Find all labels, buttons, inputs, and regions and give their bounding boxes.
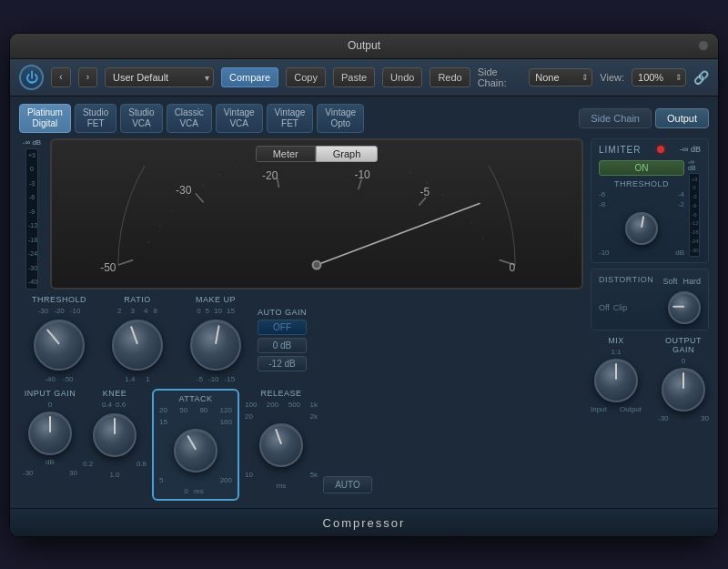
output-gain-group: OUTPUT GAIN 0 -30 30 xyxy=(658,336,709,422)
input-meter-label-top: -∞ dB xyxy=(23,138,41,147)
svg-text:-5: -5 xyxy=(420,185,430,198)
preset-tab-vintage-opto[interactable]: VintageOpto xyxy=(317,104,364,133)
limiter-threshold-knob[interactable] xyxy=(625,212,658,245)
graph-tab[interactable]: Graph xyxy=(316,146,379,162)
distortion-section: DISTORTION Soft Hard Off Clip xyxy=(591,269,709,330)
minimize-btn[interactable] xyxy=(698,40,709,51)
soft-label: Soft xyxy=(662,277,677,286)
distortion-title: DISTORTION xyxy=(599,275,653,284)
footer: Compressor xyxy=(10,508,718,536)
release-label: RELEASE xyxy=(260,389,301,398)
distortion-knob[interactable] xyxy=(668,291,701,324)
title-bar-controls xyxy=(698,40,709,51)
svg-line-2 xyxy=(196,193,204,202)
output-gain-label: OUTPUT GAIN xyxy=(658,336,709,354)
input-gain-label: INPUT GAIN xyxy=(25,389,76,398)
preset-tab-vintage-vca[interactable]: VintageVCA xyxy=(216,104,263,133)
preset-tab-studio-fet[interactable]: StudioFET xyxy=(75,104,116,133)
sidechain-output-btns: Side Chain Output xyxy=(579,108,709,128)
nav-back-button[interactable]: ‹ xyxy=(51,67,70,87)
knob-row-2: INPUT GAIN 0 dB -30 30 KNEE 0.4 xyxy=(19,389,583,501)
meter-display-row: -∞ dB +3 0 -3 -6 -9 -12 -18 -24 -30 -40 xyxy=(19,138,583,290)
hard-label: Hard xyxy=(682,277,701,286)
copy-button[interactable]: Copy xyxy=(286,67,326,87)
clip-label: Clip xyxy=(613,303,628,312)
mix-knob[interactable] xyxy=(594,359,638,402)
preset-tabs-row: PlatinumDigital StudioFET StudioVCA Clas… xyxy=(19,104,709,133)
distortion-header: DISTORTION Soft Hard xyxy=(599,275,701,288)
attack-knob[interactable] xyxy=(174,429,217,472)
view-select[interactable]: 100% xyxy=(632,68,686,86)
limiter-threshold-title: THRESHOLD xyxy=(614,179,669,188)
distortion-mode-labels: Soft Hard xyxy=(662,277,701,286)
makeup-knob[interactable] xyxy=(190,320,241,371)
preset-tab-classic-vca[interactable]: ClassicVCA xyxy=(167,104,212,133)
ratio-group: RATIO 2 3 4 8 1.4 1 xyxy=(101,295,174,383)
off-label: Off xyxy=(599,303,610,312)
preset-dropdown[interactable]: User Default xyxy=(105,67,214,87)
ratio-knob[interactable] xyxy=(112,320,163,371)
auto-button[interactable]: AUTO xyxy=(323,476,372,493)
footer-title: Compressor xyxy=(323,516,406,530)
plugin-window: Output ⏻ ‹ › User Default Compare Copy P… xyxy=(9,33,719,537)
auto-gain-0db-btn[interactable]: 0 dB xyxy=(258,338,307,353)
power-button[interactable]: ⏻ xyxy=(19,65,44,90)
output-gain-knob[interactable] xyxy=(662,368,705,412)
input-gain-knob[interactable] xyxy=(28,412,72,455)
redo-button[interactable]: Redo xyxy=(430,67,470,87)
top-controls-bar: ⏻ ‹ › User Default Compare Copy Paste Un… xyxy=(10,59,718,97)
threshold-label: THRESHOLD xyxy=(32,295,86,304)
limiter-header: LIMITER -∞ dB xyxy=(599,145,701,155)
limiter-db-label: -∞ dB xyxy=(680,145,701,154)
limiter-controls: ON THRESHOLD -6 -4 -8 -2 xyxy=(599,158,684,257)
mix-group: MIX 1:1 Input Output xyxy=(591,336,642,422)
svg-text:-30: -30 xyxy=(176,183,192,196)
svg-text:-50: -50 xyxy=(100,260,116,273)
knee-knob[interactable] xyxy=(93,413,136,457)
distortion-controls-row: Off Clip xyxy=(599,291,701,324)
svg-text:0: 0 xyxy=(510,260,516,273)
knob-row-1: THRESHOLD -30 -20 -10 -40 -50 xyxy=(19,295,583,383)
off-clip-labels: Off Clip xyxy=(599,303,627,312)
output-monitor-btn[interactable]: Output xyxy=(655,108,709,128)
link-icon[interactable]: 🔗 xyxy=(693,70,709,85)
nav-forward-button[interactable]: › xyxy=(78,67,97,87)
auto-gain-title: AUTO GAIN xyxy=(258,308,307,317)
threshold-group: THRESHOLD -30 -20 -10 -40 -50 xyxy=(23,295,96,383)
threshold-knob-group: THRESHOLD -6 -4 -8 -2 xyxy=(599,179,684,257)
sidechain-monitor-btn[interactable]: Side Chain xyxy=(579,108,652,128)
view-label: View: xyxy=(600,72,624,83)
preset-tab-vintage-fet[interactable]: VintageFET xyxy=(267,104,314,133)
threshold-knob[interactable] xyxy=(34,320,85,371)
right-vu-meter: +3 0 -3 -6 -9 -12 -18 -24 -30 xyxy=(689,173,700,257)
main-content: -∞ dB +3 0 -3 -6 -9 -12 -18 -24 -30 -40 xyxy=(19,138,709,501)
main-vu-display: Meter Graph xyxy=(50,138,583,290)
preset-tab-studio-vca[interactable]: StudioVCA xyxy=(120,104,162,133)
limiter-section: LIMITER -∞ dB ON THRESHOLD -6 - xyxy=(591,138,709,263)
knee-label: KNEE xyxy=(103,389,127,398)
right-controls-col: LIMITER -∞ dB ON THRESHOLD -6 - xyxy=(591,138,709,501)
meter-tab[interactable]: Meter xyxy=(256,146,316,162)
input-meter-left: -∞ dB +3 0 -3 -6 -9 -12 -18 -24 -30 -40 xyxy=(19,138,45,290)
paste-button[interactable]: Paste xyxy=(333,67,375,87)
makeup-group: MAKE UP 0 5 10 15 -5 -10 -15 xyxy=(179,295,252,383)
content-area: PlatinumDigital StudioFET StudioVCA Clas… xyxy=(10,97,718,508)
display-tabs: Meter Graph xyxy=(52,140,581,166)
left-side: -∞ dB +3 0 -3 -6 -9 -12 -18 -24 -30 -40 xyxy=(19,138,583,501)
svg-line-13 xyxy=(317,203,480,265)
knee-group: KNEE 0.4 0.6 0.2 0.8 1.0 xyxy=(83,389,147,479)
preset-tab-platinum[interactable]: PlatinumDigital xyxy=(19,104,71,133)
svg-text:-10: -10 xyxy=(354,168,370,181)
undo-button[interactable]: Undo xyxy=(382,67,422,87)
limiter-led xyxy=(657,146,664,153)
attack-group: ATTACK 20 50 80 120 15 160 xyxy=(159,394,232,495)
attack-label: ATTACK xyxy=(178,394,212,403)
limiter-on-btn[interactable]: ON xyxy=(599,160,684,176)
sidechain-select[interactable]: None xyxy=(529,68,592,86)
limiter-meter-row: ON THRESHOLD -6 -4 -8 -2 xyxy=(599,158,701,257)
auto-gain-off-btn[interactable]: OFF xyxy=(258,320,307,335)
auto-gain-12db-btn[interactable]: -12 dB xyxy=(258,356,307,371)
compare-button[interactable]: Compare xyxy=(221,67,278,87)
input-gain-group: INPUT GAIN 0 dB -30 30 xyxy=(23,389,77,477)
release-knob[interactable] xyxy=(259,423,303,467)
